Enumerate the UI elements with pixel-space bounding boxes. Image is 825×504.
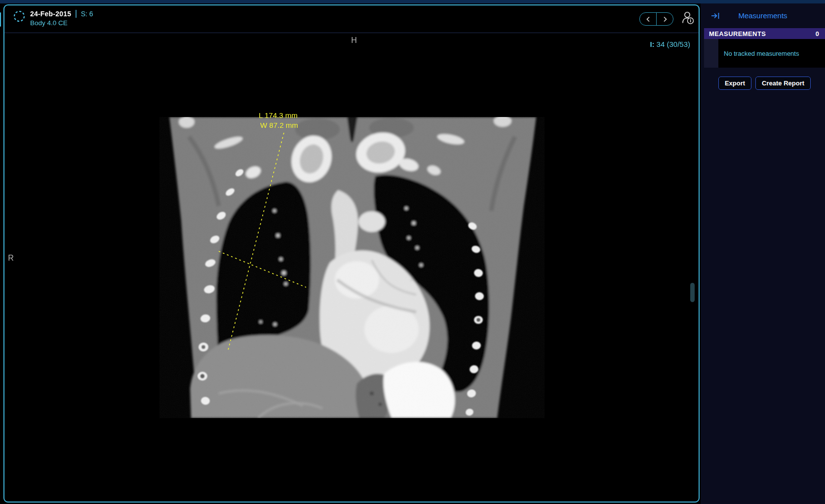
tracking-status-icon[interactable] (13, 10, 25, 22)
study-date: 24-Feb-2015 (30, 10, 71, 18)
image-slice-value: 34 (30/53) (657, 40, 690, 48)
empty-measurements-message: No tracked measurements (724, 50, 799, 57)
top-toolbar-edge (0, 0, 825, 3)
series-pagination (639, 12, 673, 26)
divider (76, 10, 77, 18)
series-description: Body 4.0 CE (30, 19, 93, 27)
next-series-button[interactable] (656, 13, 673, 25)
ct-image[interactable] (159, 117, 545, 418)
left-panel-edge[interactable] (0, 12, 1, 27)
panel-actions: Export Create Report (704, 77, 825, 90)
series-number: S: 6 (81, 10, 93, 18)
section-header-label: MEASUREMENTS (709, 30, 766, 38)
chevron-right-icon (663, 16, 668, 22)
image-scrollbar-thumb[interactable] (690, 283, 695, 302)
viewport[interactable]: L 174.3 mm W 87.2 mm 24-Feb-2015 S: 6 Bo… (3, 4, 700, 503)
patient-info-icon[interactable]: i (681, 11, 695, 25)
app-window: L 174.3 mm W 87.2 mm 24-Feb-2015 S: 6 Bo… (0, 0, 825, 504)
measurement-index-cell (704, 39, 718, 68)
create-report-button[interactable]: Create Report (755, 77, 811, 90)
info-glyph: i (690, 18, 691, 23)
measurements-panel: Measurements MEASUREMENTS 0 No tracked m… (701, 3, 825, 504)
orientation-marker-left: R (6, 254, 15, 263)
chevron-left-icon (646, 16, 651, 22)
image-slice-label: I: (650, 40, 654, 48)
measurement-list-empty-row: No tracked measurements (704, 39, 825, 68)
measurements-section-header[interactable]: MEASUREMENTS 0 (704, 28, 825, 39)
measurement-count-badge: 0 (816, 30, 819, 38)
previous-series-button[interactable] (640, 13, 656, 25)
panel-header: Measurements (701, 3, 825, 28)
viewport-header: 24-Feb-2015 S: 6 Body 4.0 CE (4, 5, 699, 33)
image-slice-indicator: I:34 (30/53) (650, 40, 690, 48)
export-button[interactable]: Export (718, 77, 751, 90)
panel-title: Measurements (701, 11, 825, 20)
orientation-marker-top: H (349, 36, 359, 45)
